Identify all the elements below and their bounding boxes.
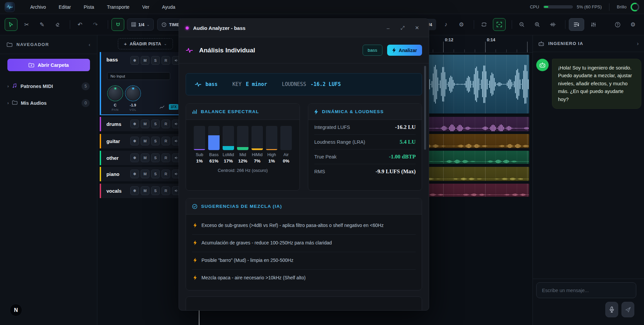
robot-icon (539, 62, 546, 68)
playlist-view-button[interactable] (569, 18, 584, 31)
grid-icon (131, 22, 136, 27)
zoom-out-button[interactable] (515, 18, 528, 31)
redo-button[interactable]: ↷ (89, 18, 102, 31)
add-track-button[interactable]: + AÑADIR PISTA ⌄ (118, 38, 173, 49)
record-arm-button[interactable]: R (162, 186, 170, 195)
record-arm-button[interactable]: R (162, 56, 170, 65)
spectral-band-sub: Sub1% (194, 126, 205, 164)
freeze-button[interactable]: ❄ (130, 170, 139, 178)
fx-count-badge[interactable]: 1FX (169, 104, 178, 110)
freeze-button[interactable]: ❄ (130, 186, 139, 195)
bar-chart-icon (192, 109, 197, 114)
record-arm-button[interactable]: R (162, 170, 170, 178)
cut-tool-button[interactable]: ✂ (20, 18, 33, 31)
undo-button[interactable]: ↶ (74, 18, 86, 31)
mute-button[interactable]: M (141, 186, 149, 195)
solo-button[interactable]: S (151, 186, 160, 195)
zoom-in-button[interactable] (531, 18, 544, 31)
close-button[interactable]: ✕ (412, 25, 422, 31)
pulse-icon (186, 47, 193, 53)
eraser-icon (55, 22, 60, 27)
record-arm-button[interactable]: R (162, 153, 170, 162)
grid-size-dropdown[interactable]: 1/4 ⌄ (127, 18, 154, 31)
zoom-in-icon (535, 22, 540, 27)
spectral-bands: Sub1%Bass61%LoMid17%Mid12%HiMid7%High1%A… (186, 120, 300, 164)
menu-item-pista[interactable]: Pista (84, 4, 94, 10)
maximize-button[interactable]: ⤢ (398, 25, 408, 31)
collapse-sidebar-icon[interactable]: ‹ (89, 42, 90, 47)
draw-tool-button[interactable]: ✎ (36, 18, 48, 31)
send-icon (625, 307, 631, 313)
freeze-button[interactable]: ❄ (130, 137, 139, 145)
dynamics-row: RMS-9.9 LUFS (Max) (314, 164, 416, 179)
snap-toggle-button[interactable] (111, 18, 124, 31)
modal-scrollbar[interactable] (424, 66, 426, 150)
menu-item-ayuda[interactable]: Ayuda (162, 4, 175, 10)
mute-button[interactable]: M (141, 120, 149, 128)
track-row-guitar[interactable]: guitar❄MSR (100, 134, 179, 148)
open-folder-button[interactable]: Abrir Carpeta (7, 59, 90, 71)
track-row-vocals[interactable]: vocals❄MSR (100, 184, 179, 198)
brightness-knob[interactable] (631, 3, 639, 11)
solo-button[interactable]: S (151, 153, 160, 162)
folder-plus-icon (29, 63, 34, 67)
playhead[interactable] (199, 311, 199, 325)
record-arm-button[interactable]: R (162, 137, 170, 145)
select-tool-button[interactable] (5, 18, 17, 31)
solo-button[interactable]: S (151, 170, 160, 178)
mixer-view-button[interactable] (587, 18, 600, 31)
divider (609, 3, 609, 11)
ai-panel-header: INGENIERO IA › (533, 35, 644, 52)
help-button[interactable] (611, 18, 624, 31)
solo-button[interactable]: S (151, 137, 160, 145)
automation-icon[interactable] (159, 104, 165, 110)
freeze-button[interactable]: ❄ (130, 120, 139, 128)
mute-button[interactable]: M (141, 153, 149, 162)
band-label: Air (283, 152, 288, 157)
menu-item-transporte[interactable]: Transporte (107, 4, 129, 10)
analyze-label: Analizar (399, 48, 417, 53)
mute-button[interactable]: M (141, 137, 149, 145)
metronome-note-button[interactable]: ♪ (440, 18, 452, 31)
mic-button[interactable] (605, 302, 618, 317)
menu-item-editar[interactable]: Editar (59, 4, 71, 10)
band-track (266, 126, 277, 150)
track-chip[interactable]: bass (363, 45, 382, 56)
erase-tool-button[interactable] (51, 18, 64, 31)
settings-button[interactable]: ⚙ (627, 18, 639, 31)
sidebar-item-patrones-midi[interactable]: ›Patrones MIDI5 (0, 80, 97, 93)
freeze-button[interactable]: ❄ (130, 153, 139, 162)
sidebar-item-mis-audios[interactable]: ›Mis Audios0 (0, 97, 97, 109)
volume-knob[interactable] (126, 87, 140, 100)
analysis-section-title: Análisis Individual (199, 47, 358, 54)
chat-input[interactable] (536, 282, 636, 298)
chevron-right-icon: › (7, 101, 9, 105)
loop-toggle-button[interactable] (477, 18, 490, 31)
input-select[interactable]: No Input (107, 72, 170, 80)
track-row-other[interactable]: other❄MSR (100, 151, 179, 165)
speaker-icon (174, 156, 178, 160)
user-avatar[interactable]: N (10, 304, 22, 316)
modal-header: Análisis Individual bass Analizar (179, 37, 429, 63)
menu-item-ver[interactable]: Ver (142, 4, 149, 10)
send-button[interactable] (622, 302, 634, 317)
track-card-bass[interactable]: bass ❄ M S R No Input C PAN -1.9 VOL 1FX (100, 52, 179, 115)
mute-button[interactable]: M (141, 170, 149, 178)
freeze-button[interactable]: ❄ (130, 56, 139, 65)
waveform-view-button[interactable] (546, 18, 559, 31)
analyze-button[interactable]: Analizar (387, 45, 422, 56)
record-arm-button[interactable]: R (162, 120, 170, 128)
modal-titlebar[interactable]: Audio Analyzer - bass – ⤢ ✕ (179, 19, 429, 37)
chevron-right-icon[interactable]: › (637, 41, 639, 47)
menu-item-archivo[interactable]: Archivo (30, 4, 46, 10)
key-value: E minor (246, 81, 267, 87)
track-row-piano[interactable]: piano❄MSR (100, 167, 179, 181)
fit-view-button[interactable] (493, 18, 506, 31)
tempo-settings-button[interactable]: ⚙ (455, 18, 468, 31)
track-row-drums[interactable]: drums❄MSR (100, 117, 179, 131)
pan-knob[interactable] (108, 87, 122, 100)
minimize-button[interactable]: – (383, 25, 393, 31)
solo-button[interactable]: S (151, 120, 160, 128)
solo-button[interactable]: S (151, 56, 160, 65)
mute-button[interactable]: M (141, 56, 149, 65)
